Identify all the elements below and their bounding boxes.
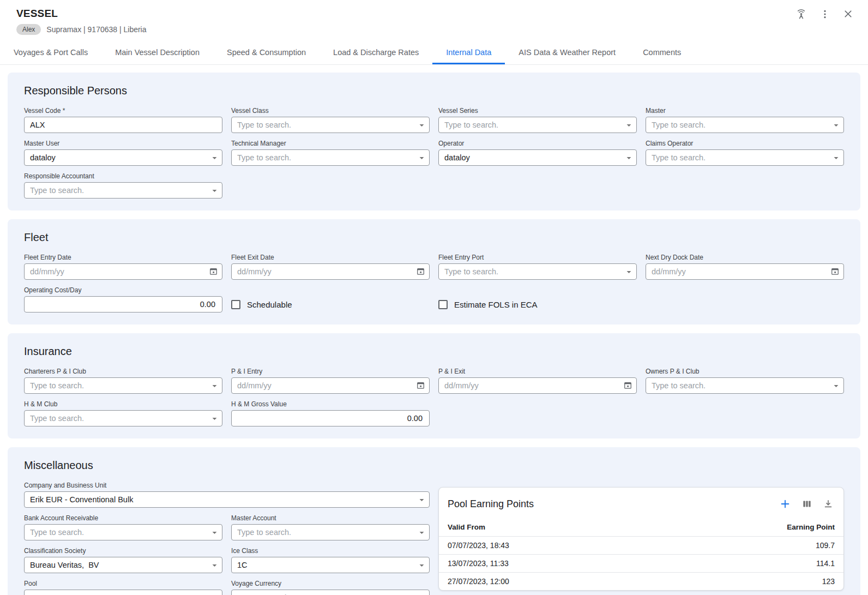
tab-internal-data[interactable]: Internal Data xyxy=(432,41,505,64)
vessel-subtitle: Supramax | 9170638 | Liberia xyxy=(46,25,146,34)
calendar-icon[interactable] xyxy=(830,266,840,277)
chevron-down-icon[interactable] xyxy=(417,560,427,573)
section-title: Miscellaneous xyxy=(24,459,852,472)
voyage-currency-field: Voyage Currency xyxy=(231,580,430,595)
table-row[interactable]: 07/07/2023, 18:43 109.7 xyxy=(439,536,843,554)
operating-cost-day-field: Operating Cost/Day xyxy=(24,286,222,312)
pool-earning-points-card: Pool Earning Points xyxy=(438,487,844,591)
chevron-down-icon[interactable] xyxy=(417,527,427,540)
add-icon[interactable] xyxy=(779,498,791,510)
section-fleet: Fleet Fleet Entry Date Fleet Exit Date F… xyxy=(8,219,860,324)
master-user-field: Master User xyxy=(24,140,222,166)
section-title: Insurance xyxy=(24,345,852,358)
estimate-fols-checkbox-field: Estimate FOLS in ECA xyxy=(438,296,637,312)
column-valid-from: Valid From xyxy=(448,523,485,531)
responsible-accountant-input[interactable] xyxy=(24,182,222,199)
ice-class-input[interactable] xyxy=(231,557,430,573)
tab-voyages-port-calls[interactable]: Voyages & Port Calls xyxy=(0,41,101,64)
download-icon[interactable] xyxy=(823,498,834,509)
fleet-entry-port-field: Fleet Entry Port xyxy=(438,254,637,280)
owners-pi-club-input[interactable] xyxy=(646,377,844,394)
earning-point-cell: 114.1 xyxy=(816,559,835,568)
chevron-down-icon[interactable] xyxy=(209,560,220,573)
chevron-down-icon[interactable] xyxy=(831,381,841,393)
hm-club-input[interactable] xyxy=(24,410,222,426)
bank-account-receivable-input[interactable] xyxy=(24,524,222,540)
chevron-down-icon[interactable] xyxy=(831,153,841,165)
next-dry-dock-date-field: Next Dry Dock Date xyxy=(646,254,844,280)
pool-input[interactable] xyxy=(24,590,222,595)
calendar-icon[interactable] xyxy=(415,380,426,390)
table-row[interactable]: 13/07/2023, 11:33 114.1 xyxy=(439,554,843,572)
section-title: Responsible Persons xyxy=(24,85,852,97)
close-icon[interactable] xyxy=(842,8,854,20)
window-header: VESSEL Alex Supramax | 9170638 | Liberia xyxy=(0,0,868,35)
vessel-code-input[interactable] xyxy=(24,117,222,133)
tab-speed-consumption[interactable]: Speed & Consumption xyxy=(213,41,320,64)
classification-society-input[interactable] xyxy=(24,557,222,573)
vessel-series-input[interactable] xyxy=(438,117,637,133)
pi-exit-field: P & I Exit xyxy=(438,368,637,394)
earning-point-cell: 109.7 xyxy=(816,541,835,550)
tab-comments[interactable]: Comments xyxy=(629,41,695,64)
schedulable-checkbox[interactable] xyxy=(231,300,240,309)
voyage-currency-input[interactable] xyxy=(231,590,430,595)
chevron-down-icon[interactable] xyxy=(209,527,220,540)
chevron-down-icon[interactable] xyxy=(624,267,634,279)
pi-entry-input[interactable] xyxy=(231,377,430,394)
fleet-entry-date-input[interactable] xyxy=(24,263,222,280)
chevron-down-icon[interactable] xyxy=(417,495,427,507)
hm-gross-value-input[interactable] xyxy=(231,410,430,426)
section-responsible-persons: Responsible Persons Vessel Code * Vessel… xyxy=(8,73,860,211)
vessel-code-field: Vessel Code * xyxy=(24,107,222,133)
section-title: Fleet xyxy=(24,231,852,244)
vessel-series-field: Vessel Series xyxy=(438,107,637,133)
tab-bar: Voyages & Port Calls Main Vessel Descrip… xyxy=(0,41,868,65)
calendar-icon[interactable] xyxy=(623,380,633,390)
chevron-down-icon[interactable] xyxy=(209,413,220,426)
fleet-entry-date-field: Fleet Entry Date xyxy=(24,254,222,280)
pi-entry-field: P & I Entry xyxy=(231,368,430,394)
table-row[interactable]: 27/07/2023, 12:00 123 xyxy=(439,572,843,590)
claims-operator-input[interactable] xyxy=(646,149,844,166)
fleet-exit-date-input[interactable] xyxy=(231,263,430,280)
columns-icon[interactable] xyxy=(801,498,812,509)
chevron-down-icon[interactable] xyxy=(624,120,634,133)
pi-exit-input[interactable] xyxy=(438,377,637,394)
chevron-down-icon[interactable] xyxy=(209,593,220,595)
chevron-down-icon[interactable] xyxy=(209,185,220,198)
schedulable-checkbox-field: Schedulable xyxy=(231,296,430,312)
chevron-down-icon[interactable] xyxy=(417,593,427,595)
kebab-menu-icon[interactable] xyxy=(819,9,830,20)
tab-load-discharge-rates[interactable]: Load & Discharge Rates xyxy=(320,41,432,64)
chevron-down-icon[interactable] xyxy=(417,120,427,133)
charterers-pi-club-input[interactable] xyxy=(24,377,222,394)
vessel-class-field: Vessel Class xyxy=(231,107,430,133)
company-business-unit-input[interactable] xyxy=(24,491,430,508)
classification-society-field: Classification Society xyxy=(24,547,222,573)
operating-cost-day-input[interactable] xyxy=(24,296,222,312)
chevron-down-icon[interactable] xyxy=(209,153,220,165)
chevron-down-icon[interactable] xyxy=(831,120,841,133)
chevron-down-icon[interactable] xyxy=(624,153,634,165)
claims-operator-field: Claims Operator xyxy=(646,140,844,166)
master-user-input[interactable] xyxy=(24,149,222,166)
technical-manager-input[interactable] xyxy=(231,149,430,166)
chevron-down-icon[interactable] xyxy=(209,381,220,393)
operator-field: Operator xyxy=(438,140,637,166)
vessel-class-input[interactable] xyxy=(231,117,430,133)
owners-pi-club-field: Owners P & I Club xyxy=(646,368,844,394)
operator-input[interactable] xyxy=(438,149,637,166)
pool-earning-points-table: Valid From Earning Point 07/07/2023, 18:… xyxy=(439,515,843,590)
antenna-icon[interactable] xyxy=(795,8,807,20)
master-account-input[interactable] xyxy=(231,524,430,540)
estimate-fols-checkbox[interactable] xyxy=(438,300,448,309)
calendar-icon[interactable] xyxy=(415,266,426,277)
master-input[interactable] xyxy=(646,117,844,133)
next-dry-dock-date-input[interactable] xyxy=(646,263,844,280)
tab-ais-data-weather-report[interactable]: AIS Data & Weather Report xyxy=(505,41,629,64)
chevron-down-icon[interactable] xyxy=(417,153,427,165)
tab-main-vessel-description[interactable]: Main Vessel Description xyxy=(101,41,213,64)
fleet-entry-port-input[interactable] xyxy=(438,263,637,280)
calendar-icon[interactable] xyxy=(208,266,219,277)
